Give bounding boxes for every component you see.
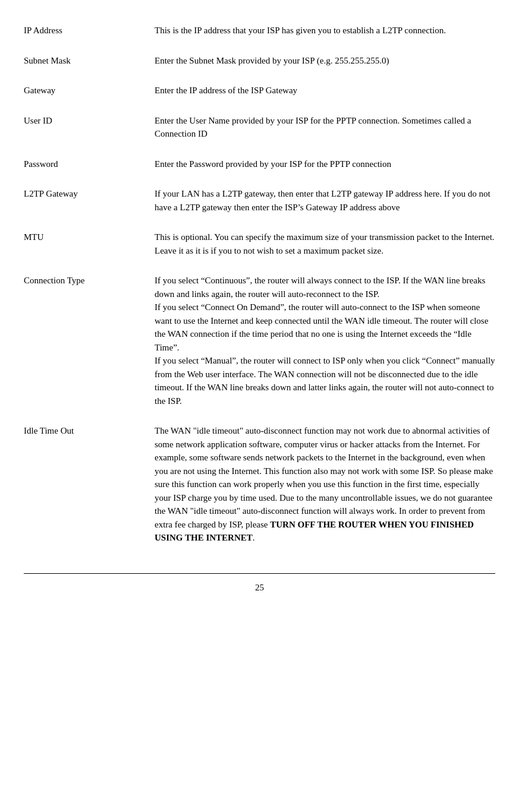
desc-mtu: This is optional. You can specify the ma… — [155, 232, 495, 255]
term-mtu: MTU — [24, 232, 43, 242]
content-table: IP Address This is the IP address that y… — [24, 24, 495, 561]
desc-l2tp-gateway: If your LAN has a L2TP gateway, then ent… — [155, 189, 491, 212]
term-gateway: Gateway — [24, 86, 55, 95]
desc-gateway: Enter the IP address of the ISP Gateway — [155, 86, 297, 95]
term-subnet-mask: Subnet Mask — [24, 56, 71, 65]
entry-ip-address: IP Address This is the IP address that y… — [24, 24, 495, 54]
desc-connection-type-part2: If you select “Connect On Demand”, the r… — [155, 302, 488, 352]
desc-connection-type-part1: If you select “Continuous”, the router w… — [155, 276, 485, 299]
entry-subnet-mask: Subnet Mask Enter the Subnet Mask provid… — [24, 54, 495, 84]
desc-idle-time-out-plain: The WAN "idle timeout" auto-disconnect f… — [155, 426, 493, 529]
term-l2tp-gateway: L2TP Gateway — [24, 189, 78, 198]
desc-subnet-mask: Enter the Subnet Mask provided by your I… — [155, 56, 389, 65]
entry-user-id: User ID Enter the User Name provided by … — [24, 114, 495, 157]
term-connection-type: Connection Type — [24, 276, 84, 285]
desc-password: Enter the Password provided by your ISP … — [155, 159, 391, 169]
entry-l2tp-gateway: L2TP Gateway If your LAN has a L2TP gate… — [24, 187, 495, 230]
entry-password: Password Enter the Password provided by … — [24, 157, 495, 188]
term-user-id: User ID — [24, 116, 52, 125]
desc-connection-type: If you select “Continuous”, the router w… — [155, 274, 495, 424]
entry-connection-type: Connection Type If you select “Continuou… — [24, 274, 495, 424]
desc-idle-time-out-end: . — [253, 533, 255, 542]
desc-user-id: Enter the User Name provided by your ISP… — [155, 116, 471, 139]
desc-ip-address: This is the IP address that your ISP has… — [155, 26, 446, 35]
entry-idle-time-out: Idle Time Out The WAN "idle timeout" aut… — [24, 424, 495, 561]
entry-mtu: MTU This is optional. You can specify th… — [24, 230, 495, 274]
entry-gateway: Gateway Enter the IP address of the ISP … — [24, 84, 495, 114]
page-number: 25 — [255, 583, 264, 592]
term-idle-time-out: Idle Time Out — [24, 426, 74, 435]
term-ip-address: IP Address — [24, 26, 62, 35]
footer: 25 — [24, 573, 495, 593]
desc-idle-time-out: The WAN "idle timeout" auto-disconnect f… — [155, 424, 495, 561]
term-password: Password — [24, 159, 58, 169]
desc-connection-type-part3: If you select “Manual”, the router will … — [155, 356, 495, 406]
